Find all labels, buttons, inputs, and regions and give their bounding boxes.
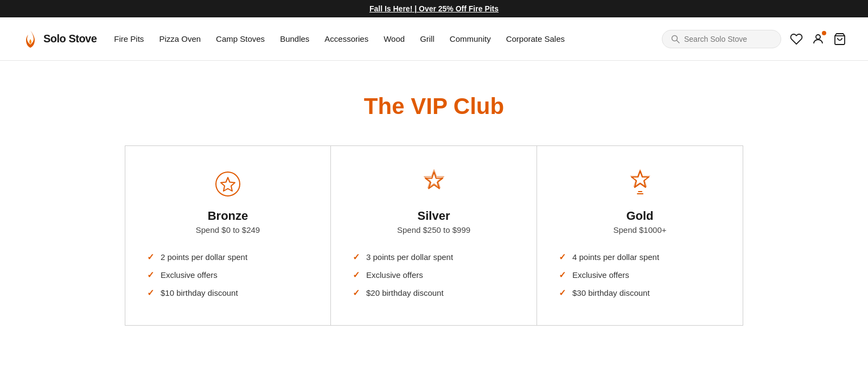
silver-tier-name: Silver xyxy=(418,209,450,223)
wishlist-icon-button[interactable] xyxy=(790,33,803,46)
bronze-benefit-2: ✓ Exclusive offers xyxy=(147,270,309,280)
header: Solo Stove Fire PitsPizza OvenCamp Stove… xyxy=(0,17,868,61)
gold-benefit-2: ✓ Exclusive offers xyxy=(559,270,721,280)
bronze-tier-name: Bronze xyxy=(208,209,248,223)
gold-benefit-3: ✓ $30 birthday discount xyxy=(559,288,721,298)
bronze-benefit-3: ✓ $10 birthday discount xyxy=(147,288,309,298)
nav-item-grill[interactable]: Grill xyxy=(420,34,435,43)
main-nav: Fire PitsPizza OvenCamp StovesBundlesAcc… xyxy=(114,34,644,43)
wishlist-icon xyxy=(790,33,803,46)
check-icon: ✓ xyxy=(559,270,566,280)
nav-item-accessories[interactable]: Accessories xyxy=(324,34,368,43)
tiers-container: Bronze Spend $0 to $249 ✓ 2 points per d… xyxy=(81,145,787,326)
bronze-icon xyxy=(212,168,244,200)
gold-tier-benefits: ✓ 4 points per dollar spent ✓ Exclusive … xyxy=(559,252,721,298)
main-content: The VIP Club Bronze Spend $0 to $249 ✓ 2… xyxy=(0,61,868,368)
search-icon xyxy=(671,35,680,43)
silver-tier-benefits: ✓ 3 points per dollar spent ✓ Exclusive … xyxy=(353,252,515,298)
svg-point-4 xyxy=(216,172,240,196)
check-icon: ✓ xyxy=(147,252,154,262)
cart-icon xyxy=(833,33,846,46)
silver-benefit-3: ✓ $20 birthday discount xyxy=(353,288,515,298)
nav-item-bundles[interactable]: Bundles xyxy=(280,34,309,43)
announcement-bar: Fall Is Here! | Over 25% Off Fire Pits xyxy=(0,0,868,17)
check-icon: ✓ xyxy=(147,288,154,298)
check-icon: ✓ xyxy=(559,252,566,262)
silver-tier-range: Spend $250 to $999 xyxy=(397,225,470,234)
vip-title: The VIP Club xyxy=(22,93,846,119)
silver-benefit-1: ✓ 3 points per dollar spent xyxy=(353,252,515,262)
gold-tier-name: Gold xyxy=(626,209,653,223)
bronze-tier-range: Spend $0 to $249 xyxy=(196,225,260,234)
bronze-benefit-1: ✓ 2 points per dollar spent xyxy=(147,252,309,262)
nav-item-camp-stoves[interactable]: Camp Stoves xyxy=(216,34,265,43)
gold-icon xyxy=(624,168,656,200)
check-icon: ✓ xyxy=(353,270,360,280)
nav-item-fire-pits[interactable]: Fire Pits xyxy=(114,34,144,43)
check-icon: ✓ xyxy=(353,252,360,262)
search-bar[interactable] xyxy=(662,30,781,48)
gold-tier-range: Spend $1000+ xyxy=(613,225,666,234)
bronze-tier-card: Bronze Spend $0 to $249 ✓ 2 points per d… xyxy=(125,145,331,326)
gold-benefit-1: ✓ 4 points per dollar spent xyxy=(559,252,721,262)
flame-icon xyxy=(22,29,39,49)
svg-line-1 xyxy=(677,40,680,43)
check-icon: ✓ xyxy=(147,270,154,280)
nav-item-corporate-sales[interactable]: Corporate Sales xyxy=(506,34,565,43)
nav-item-community[interactable]: Community xyxy=(450,34,491,43)
nav-item-wood[interactable]: Wood xyxy=(384,34,405,43)
announcement-link[interactable]: Fall Is Here! | Over 25% Off Fire Pits xyxy=(369,4,499,13)
bronze-tier-benefits: ✓ 2 points per dollar spent ✓ Exclusive … xyxy=(147,252,309,298)
account-icon-button[interactable] xyxy=(812,33,825,46)
logo[interactable]: Solo Stove xyxy=(22,29,97,49)
svg-point-2 xyxy=(816,35,820,39)
svg-marker-5 xyxy=(221,177,235,191)
search-input[interactable] xyxy=(684,35,772,43)
silver-icon xyxy=(418,168,450,200)
account-notification-dot xyxy=(822,31,826,35)
check-icon: ✓ xyxy=(559,288,566,298)
silver-tier-card: Silver Spend $250 to $999 ✓ 3 points per… xyxy=(331,145,537,326)
nav-item-pizza-oven[interactable]: Pizza Oven xyxy=(159,34,201,43)
logo-text: Solo Stove xyxy=(43,33,97,45)
gold-tier-card: Gold Spend $1000+ ✓ 4 points per dollar … xyxy=(537,145,743,326)
svg-marker-6 xyxy=(425,172,443,189)
check-icon: ✓ xyxy=(353,288,360,298)
silver-benefit-2: ✓ Exclusive offers xyxy=(353,270,515,280)
cart-icon-button[interactable] xyxy=(833,33,846,46)
announcement-text: Fall Is Here! | Over 25% Off Fire Pits xyxy=(369,4,499,13)
header-right xyxy=(662,30,846,48)
